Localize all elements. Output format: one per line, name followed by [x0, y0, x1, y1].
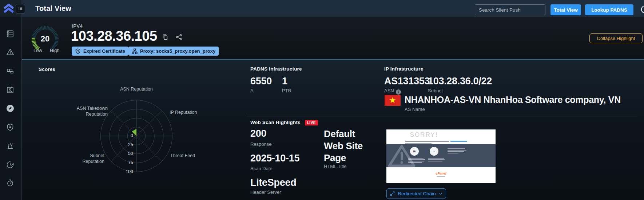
- vietnam-flag-icon: [385, 95, 401, 106]
- asn-label: ASNi: [384, 88, 401, 95]
- search-input[interactable]: [475, 4, 545, 15]
- asn-value: AS131353: [384, 76, 430, 87]
- alert-triangle-icon: [6, 48, 15, 56]
- scan-date-label: Scan Date: [250, 166, 273, 171]
- scan-date-value: 2025-10-15: [250, 153, 299, 164]
- ip-address: 103.28.36.105: [71, 28, 157, 44]
- sidebar: [0, 17, 21, 200]
- servers-icon: [6, 29, 15, 38]
- thumbnail-alert-band: IP ≡: [386, 144, 496, 167]
- subnet-value: 103.28.36.0/22: [428, 76, 492, 87]
- sidebar-item-history[interactable]: [6, 160, 15, 169]
- badge-label: Proxy: socks5_proxy,open_proxy: [140, 48, 215, 54]
- subnet-label: Subnet: [428, 88, 443, 93]
- compass-icon: [6, 104, 15, 113]
- sidebar-item-scheduled[interactable]: [6, 179, 15, 187]
- ip-type-label: IPV4: [72, 23, 83, 29]
- sidebar-item-assets[interactable]: [6, 85, 15, 94]
- web-scan-heading: Web Scan Highlights LIVE: [250, 120, 318, 125]
- stopwatch-icon: [6, 179, 15, 187]
- radar-tick-label: 100: [122, 169, 133, 174]
- padns-infrastructure-heading: PADNS Infrastructure: [250, 66, 302, 72]
- badge-label: Expired Certificate: [83, 48, 125, 54]
- vietnam-flag-star: [385, 95, 401, 106]
- radar-axis-ip-reputation: IP Reputation: [170, 109, 202, 115]
- sidebar-item-feeds[interactable]: [6, 29, 15, 38]
- thumbnail-link-line: [450, 141, 467, 142]
- thumbnail-sorry-heading: SORRY!: [397, 131, 451, 139]
- top-bar: [0, 0, 644, 17]
- sidebar-item-explore-active[interactable]: [6, 104, 15, 113]
- padns-ptr-label: PTR: [282, 88, 291, 93]
- thumbnail-cpanel-tagline: [437, 176, 445, 177]
- thumbnail-text-line: [405, 143, 432, 144]
- thumbnail-cpanel-logo: cPanel: [386, 172, 496, 175]
- radar-axis-asn-reputation: ASN Reputation: [118, 86, 155, 92]
- shield-clock-icon: [75, 48, 81, 54]
- silent-push-logo[interactable]: [3, 3, 14, 14]
- redirected-chain-label: Redirected Chain: [398, 191, 436, 196]
- siren-icon: [6, 142, 15, 151]
- live-badge: LIVE: [305, 120, 318, 125]
- page-title: Total View: [35, 0, 71, 17]
- scores-heading: Scores: [39, 67, 55, 72]
- gauge-low-label: Low: [31, 48, 44, 53]
- radar-axis-subnet-reputation: Subnet Reputation: [69, 153, 104, 164]
- sidebar-item-alerts[interactable]: [6, 48, 15, 56]
- radar-tick-label: 25: [122, 142, 133, 147]
- history-icon: [6, 160, 15, 169]
- share-ip-button[interactable]: [175, 33, 183, 41]
- padns-ptr-count: 1: [282, 76, 287, 87]
- share-icon: [175, 33, 183, 41]
- header-server-label: Header Server: [250, 189, 281, 195]
- padns-a-count: 6550: [250, 76, 272, 87]
- thumbnail-text-line: [405, 141, 449, 142]
- copy-ip-button[interactable]: [162, 33, 169, 41]
- web-scan-divider: [247, 116, 637, 116]
- proxy-badge[interactable]: Proxy: socks5_proxy,open_proxy: [128, 47, 219, 56]
- chevron-down-icon: [438, 192, 443, 196]
- padns-a-label: A: [250, 88, 254, 93]
- collapse-highlight-button[interactable]: Collapse Highlight: [589, 33, 643, 43]
- badge-account-icon: [6, 85, 15, 94]
- html-title-label: HTML Title: [324, 164, 346, 169]
- as-name-value: NHANHOA-AS-VN NhanHoa Software company, …: [405, 95, 621, 105]
- web-scan-heading-text: Web Scan Highlights: [250, 120, 301, 125]
- radar-axis-asn-takedown-reputation: ASN Takedown Reputation: [73, 105, 108, 117]
- header-server-value: LiteSpeed: [250, 177, 296, 188]
- info-icon[interactable]: i: [396, 89, 401, 95]
- expired-certificate-badge[interactable]: Expired Certificate: [72, 47, 128, 56]
- html-title-value: Default Web Site Page: [324, 128, 369, 164]
- response-code: 200: [250, 128, 266, 139]
- silent-push-logo-icon: [3, 3, 14, 14]
- ip-infrastructure-heading: IP Infrastructure: [384, 66, 423, 72]
- radar-tick-label: 50: [122, 151, 133, 156]
- response-label: Response: [250, 141, 272, 147]
- total-view-page: Total View Total View Lookup PADNS: [0, 0, 644, 200]
- risk-score-value: 20: [31, 34, 60, 44]
- chain-link-icon: [390, 191, 395, 196]
- sidebar-item-modules[interactable]: [6, 67, 15, 75]
- proxy-network-icon: [132, 48, 138, 54]
- redirected-chain-button[interactable]: Redirected Chain: [386, 188, 446, 199]
- radar-tick-label: 0: [122, 133, 133, 138]
- lookup-padns-button[interactable]: Lookup PADNS: [585, 4, 633, 15]
- collapse-menu-button[interactable]: [16, 4, 25, 13]
- copy-icon: [162, 33, 169, 41]
- radar-tick-label: 75: [122, 160, 133, 165]
- gauge-high-label: High: [47, 48, 62, 53]
- radar-axis-threat-feed: Threat Feed: [170, 153, 199, 159]
- thumbnail-ip-circle-icon: IP: [410, 147, 419, 156]
- sidebar-item-monitors[interactable]: [6, 142, 15, 151]
- shield-search-icon: [6, 123, 15, 132]
- sidebar-item-investigate[interactable]: [6, 123, 15, 132]
- modules-icon: [6, 67, 15, 75]
- asn-label-text: ASN: [384, 88, 394, 93]
- thumbnail-server-circle-icon: ≡: [430, 147, 438, 156]
- list-menu-icon: [17, 5, 24, 12]
- web-scan-screenshot-thumbnail[interactable]: SORRY! IP ≡ cPanel: [386, 129, 496, 183]
- total-view-button[interactable]: Total View: [550, 4, 581, 15]
- as-name-label: AS Name: [405, 107, 425, 112]
